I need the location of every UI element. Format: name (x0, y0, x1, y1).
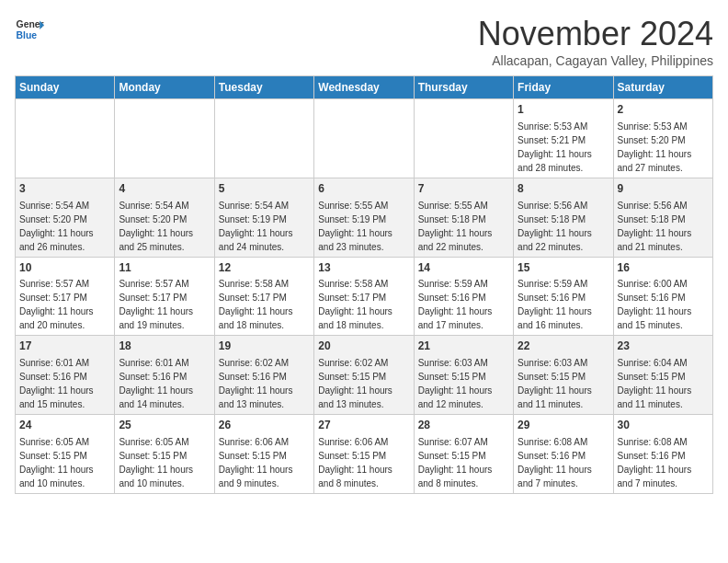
day-info: Sunrise: 5:55 AM Sunset: 5:19 PM Dayligh… (318, 201, 392, 252)
day-number: 4 (119, 181, 210, 197)
calendar-cell: 26Sunrise: 6:06 AM Sunset: 5:15 PM Dayli… (214, 415, 313, 494)
day-info: Sunrise: 6:05 AM Sunset: 5:15 PM Dayligh… (119, 437, 193, 488)
weekday-header-tuesday: Tuesday (214, 76, 313, 99)
calendar-cell: 20Sunrise: 6:02 AM Sunset: 5:15 PM Dayli… (314, 336, 414, 415)
day-info: Sunrise: 6:05 AM Sunset: 5:15 PM Dayligh… (19, 437, 94, 488)
calendar-cell: 6Sunrise: 5:55 AM Sunset: 5:19 PM Daylig… (314, 178, 414, 257)
location: Allacapan, Cagayan Valley, Philippines (478, 53, 713, 68)
calendar-cell: 28Sunrise: 6:07 AM Sunset: 5:15 PM Dayli… (414, 415, 513, 494)
day-info: Sunrise: 6:08 AM Sunset: 5:16 PM Dayligh… (618, 437, 692, 488)
day-number: 9 (618, 181, 709, 197)
calendar-cell: 5Sunrise: 5:54 AM Sunset: 5:19 PM Daylig… (214, 178, 313, 257)
day-info: Sunrise: 5:59 AM Sunset: 5:16 PM Dayligh… (418, 279, 493, 330)
day-info: Sunrise: 5:54 AM Sunset: 5:20 PM Dayligh… (119, 201, 193, 252)
day-number: 28 (418, 418, 509, 433)
day-info: Sunrise: 5:58 AM Sunset: 5:17 PM Dayligh… (219, 279, 293, 330)
day-info: Sunrise: 6:03 AM Sunset: 5:15 PM Dayligh… (518, 358, 592, 409)
svg-text:Blue: Blue (17, 30, 38, 40)
page-header: General Blue General Blue November 2024 … (15, 15, 713, 68)
day-info: Sunrise: 6:06 AM Sunset: 5:15 PM Dayligh… (219, 437, 293, 488)
day-number: 11 (119, 260, 210, 276)
day-number: 30 (618, 418, 709, 433)
day-number: 29 (518, 418, 609, 433)
logo-icon: General Blue (15, 15, 44, 44)
calendar-cell: 22Sunrise: 6:03 AM Sunset: 5:15 PM Dayli… (514, 336, 613, 415)
calendar-cell: 25Sunrise: 6:05 AM Sunset: 5:15 PM Dayli… (115, 415, 214, 494)
calendar-cell: 7Sunrise: 5:55 AM Sunset: 5:18 PM Daylig… (414, 178, 513, 257)
calendar-cell: 9Sunrise: 5:56 AM Sunset: 5:18 PM Daylig… (613, 178, 712, 257)
day-number: 16 (618, 260, 709, 276)
calendar-cell: 27Sunrise: 6:06 AM Sunset: 5:15 PM Dayli… (314, 415, 414, 494)
calendar-cell (115, 99, 214, 178)
logo: General Blue General Blue (15, 15, 44, 44)
calendar-cell: 3Sunrise: 5:54 AM Sunset: 5:20 PM Daylig… (16, 178, 115, 257)
calendar-cell: 30Sunrise: 6:08 AM Sunset: 5:16 PM Dayli… (613, 415, 712, 494)
day-info: Sunrise: 5:56 AM Sunset: 5:18 PM Dayligh… (518, 201, 592, 252)
calendar-cell (314, 99, 414, 178)
day-number: 18 (119, 339, 210, 354)
weekday-header-row: SundayMondayTuesdayWednesdayThursdayFrid… (16, 76, 713, 99)
weekday-header-monday: Monday (115, 76, 214, 99)
calendar-cell: 15Sunrise: 5:59 AM Sunset: 5:16 PM Dayli… (514, 257, 613, 336)
calendar-cell (214, 99, 313, 178)
calendar-cell: 8Sunrise: 5:56 AM Sunset: 5:18 PM Daylig… (514, 178, 613, 257)
calendar-week-row: 10Sunrise: 5:57 AM Sunset: 5:17 PM Dayli… (16, 257, 713, 336)
calendar-week-row: 17Sunrise: 6:01 AM Sunset: 5:16 PM Dayli… (16, 336, 713, 415)
day-info: Sunrise: 5:54 AM Sunset: 5:19 PM Dayligh… (219, 201, 293, 252)
calendar-cell: 14Sunrise: 5:59 AM Sunset: 5:16 PM Dayli… (414, 257, 513, 336)
day-number: 13 (318, 260, 409, 276)
calendar-cell: 2Sunrise: 5:53 AM Sunset: 5:20 PM Daylig… (613, 99, 712, 178)
day-info: Sunrise: 5:53 AM Sunset: 5:21 PM Dayligh… (518, 121, 592, 173)
day-number: 6 (318, 181, 409, 197)
weekday-header-sunday: Sunday (16, 76, 115, 99)
day-info: Sunrise: 5:59 AM Sunset: 5:16 PM Dayligh… (518, 279, 592, 330)
day-number: 20 (318, 339, 409, 354)
day-number: 21 (418, 339, 509, 354)
day-info: Sunrise: 5:57 AM Sunset: 5:17 PM Dayligh… (19, 279, 94, 330)
day-number: 25 (119, 418, 210, 433)
day-info: Sunrise: 6:06 AM Sunset: 5:15 PM Dayligh… (318, 437, 392, 488)
day-number: 5 (219, 181, 310, 197)
weekday-header-wednesday: Wednesday (314, 76, 414, 99)
day-number: 22 (518, 339, 609, 354)
weekday-header-friday: Friday (514, 76, 613, 99)
day-number: 26 (219, 418, 310, 433)
calendar-cell: 23Sunrise: 6:04 AM Sunset: 5:15 PM Dayli… (613, 336, 712, 415)
calendar-cell: 29Sunrise: 6:08 AM Sunset: 5:16 PM Dayli… (514, 415, 613, 494)
day-info: Sunrise: 5:56 AM Sunset: 5:18 PM Dayligh… (618, 201, 692, 252)
day-number: 15 (518, 260, 609, 276)
calendar-cell: 4Sunrise: 5:54 AM Sunset: 5:20 PM Daylig… (115, 178, 214, 257)
calendar-week-row: 1Sunrise: 5:53 AM Sunset: 5:21 PM Daylig… (16, 99, 713, 178)
calendar-cell: 16Sunrise: 6:00 AM Sunset: 5:16 PM Dayli… (613, 257, 712, 336)
day-info: Sunrise: 6:01 AM Sunset: 5:16 PM Dayligh… (19, 358, 94, 409)
calendar-cell: 21Sunrise: 6:03 AM Sunset: 5:15 PM Dayli… (414, 336, 513, 415)
calendar-week-row: 3Sunrise: 5:54 AM Sunset: 5:20 PM Daylig… (16, 178, 713, 257)
day-info: Sunrise: 6:01 AM Sunset: 5:16 PM Dayligh… (119, 358, 193, 409)
calendar-cell: 18Sunrise: 6:01 AM Sunset: 5:16 PM Dayli… (115, 336, 214, 415)
calendar-cell: 13Sunrise: 5:58 AM Sunset: 5:17 PM Dayli… (314, 257, 414, 336)
title-block: November 2024 Allacapan, Cagayan Valley,… (478, 15, 713, 68)
day-info: Sunrise: 5:55 AM Sunset: 5:18 PM Dayligh… (418, 201, 493, 252)
day-info: Sunrise: 6:07 AM Sunset: 5:15 PM Dayligh… (418, 437, 493, 488)
day-number: 8 (518, 181, 609, 197)
day-number: 1 (518, 102, 609, 118)
day-number: 23 (618, 339, 709, 354)
weekday-header-thursday: Thursday (414, 76, 513, 99)
calendar-table: SundayMondayTuesdayWednesdayThursdayFrid… (15, 75, 713, 494)
day-number: 24 (19, 418, 110, 433)
day-info: Sunrise: 6:00 AM Sunset: 5:16 PM Dayligh… (618, 279, 692, 330)
day-number: 12 (219, 260, 310, 276)
day-number: 19 (219, 339, 310, 354)
calendar-cell: 11Sunrise: 5:57 AM Sunset: 5:17 PM Dayli… (115, 257, 214, 336)
day-info: Sunrise: 5:54 AM Sunset: 5:20 PM Dayligh… (19, 201, 94, 252)
day-info: Sunrise: 6:08 AM Sunset: 5:16 PM Dayligh… (518, 437, 592, 488)
day-number: 17 (19, 339, 110, 354)
day-number: 2 (618, 102, 709, 118)
calendar-cell: 1Sunrise: 5:53 AM Sunset: 5:21 PM Daylig… (514, 99, 613, 178)
day-info: Sunrise: 6:02 AM Sunset: 5:15 PM Dayligh… (318, 358, 392, 409)
day-number: 3 (19, 181, 110, 197)
calendar-cell: 17Sunrise: 6:01 AM Sunset: 5:16 PM Dayli… (16, 336, 115, 415)
day-number: 10 (19, 260, 110, 276)
calendar-cell: 19Sunrise: 6:02 AM Sunset: 5:16 PM Dayli… (214, 336, 313, 415)
day-info: Sunrise: 5:58 AM Sunset: 5:17 PM Dayligh… (318, 279, 392, 330)
